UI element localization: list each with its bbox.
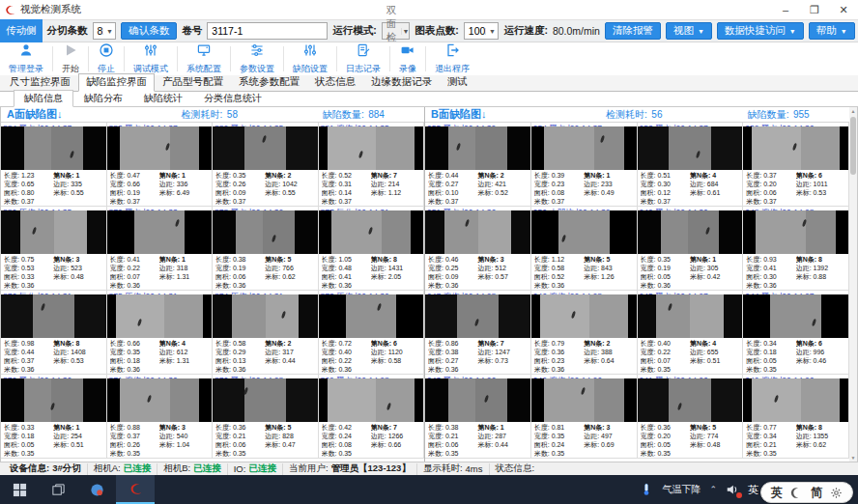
action-monitor-button[interactable]: 系统配置	[178, 42, 230, 75]
defect-meta: 长度: 0.72宽度: 0.40面积: 0.22米数: 0.36第N条: 6边距…	[319, 338, 424, 374]
minimize-button[interactable]: –	[771, 0, 800, 19]
start-button[interactable]	[0, 475, 39, 504]
defect-image	[425, 294, 530, 338]
defect-image	[531, 210, 637, 254]
defect-cell[interactable]: 955 黑点 |20:14:39长度: 0.44宽度: 0.27面积: 0.10…	[425, 123, 531, 207]
display-elapsed-value: 4ms	[466, 463, 483, 474]
defect-cell[interactable]: 880 压伤 |20:14:35长度: 0.75宽度: 0.53面积: 0.33…	[1, 207, 107, 291]
defect-cell[interactable]: 877 氧化 |20:14:31长度: 1.05宽度: 0.48面积: 0.41…	[319, 207, 425, 291]
defect-cell[interactable]: 881 擦伤 |20:14:35长度: 0.52宽度: 0.31面积: 0.14…	[319, 123, 425, 207]
tab-4[interactable]: 状态信息	[307, 73, 363, 92]
defect-cell[interactable]: 941 黑点 |20:14:26长度: 0.36宽度: 0.20面积: 0.05…	[638, 375, 744, 459]
defect-cell[interactable]: 882 黑点 |20:14:35长度: 0.35宽度: 0.26面积: 0.09…	[213, 123, 319, 207]
defect-cell[interactable]: 953 黑点 |20:14:37长度: 0.51宽度: 0.30面积: 0.12…	[638, 123, 744, 207]
clear-alarm-button[interactable]: 清除报警	[605, 22, 661, 40]
action-sliders-h-button[interactable]: 参数设置	[231, 42, 283, 75]
defect-cell[interactable]: 950 小凹坑 |20:14:32长度: 1.12宽度: 0.58面积: 0.5…	[531, 207, 638, 291]
vertical-scrollbar[interactable]: ▲ ▼	[849, 107, 857, 462]
pinned-app-button[interactable]	[77, 475, 116, 504]
close-button[interactable]: ✕	[829, 0, 858, 19]
defect-image	[638, 294, 743, 338]
defect-image	[425, 378, 530, 422]
data-access-menu-button[interactable]: 数据快捷访问 ▼	[717, 22, 804, 40]
scrollbar-thumb[interactable]	[850, 117, 856, 175]
ime-halfwidth-moon-icon[interactable]	[790, 487, 803, 499]
defect-cell[interactable]: 884 黑点 |20:14:37长度: 1.23宽度: 0.65面积: 0.80…	[1, 123, 107, 207]
defect-mark	[705, 227, 710, 236]
defect-cell[interactable]: 949 黑点 |20:14:30长度: 0.35宽度: 0.19面积: 0.05…	[638, 207, 744, 291]
action-play-button[interactable]: 开始	[53, 42, 88, 75]
defect-cell[interactable]: 871 擦伤 |20:14:30长度: 0.88宽度: 0.37面积: 0.26…	[107, 375, 214, 459]
defect-cell[interactable]: 952 黑点 |20:14:36长度: 0.37宽度: 0.20面积: 0.06…	[743, 123, 849, 207]
tab-5[interactable]: 边缘数据记录	[363, 73, 440, 92]
subtab-1[interactable]: 缺陷分布	[73, 90, 133, 107]
defect-cell[interactable]: 878 黑点 |20:14:32长度: 0.38宽度: 0.19面积: 0.06…	[213, 207, 319, 291]
action-exit-button[interactable]: 退出程序	[426, 42, 478, 75]
defect-cell[interactable]: 954 黑点 |20:14:37长度: 0.39宽度: 0.23面积: 0.08…	[531, 123, 638, 207]
io-status: 已连接	[248, 462, 276, 475]
chevron-down-icon: ▼	[841, 28, 847, 35]
task-view-button[interactable]	[39, 475, 77, 504]
panel-b-count-label: 缺陷数量:	[748, 108, 789, 122]
defect-meta: 长度: 0.37宽度: 0.20面积: 0.06米数: 0.37第N条: 6边距…	[743, 170, 848, 206]
exit-icon	[444, 42, 460, 62]
defect-cell[interactable]: 947 擦伤 |20:14:28长度: 0.86宽度: 0.38面积: 0.27…	[425, 291, 531, 375]
action-log-button[interactable]: 日志记录	[337, 42, 389, 75]
action-tune-button[interactable]: 调试模式	[125, 42, 177, 75]
run-mode-select[interactable]: 双面检测 ▼	[382, 22, 411, 40]
action-sliders-v-button[interactable]: 缺陷设置	[284, 42, 336, 75]
tray-expand-chevron-icon[interactable]: ⌃	[709, 485, 717, 494]
defect-cell[interactable]: 879 黑点 |20:14:33长度: 0.41宽度: 0.22面积: 0.07…	[107, 207, 214, 291]
defect-cell[interactable]: 943 黑点 |20:14:26长度: 0.38宽度: 0.21面积: 0.06…	[425, 375, 531, 459]
defect-cell[interactable]: 948 擦伤 |20:14:28长度: 0.93宽度: 0.41面积: 0.30…	[743, 207, 849, 291]
language-indicator[interactable]: 英	[748, 483, 758, 497]
user-icon	[18, 42, 34, 62]
scroll-up-icon[interactable]: ▲	[851, 107, 856, 115]
defect-cell[interactable]: 873 压伤 |20:14:30长度: 0.72宽度: 0.40面积: 0.22…	[319, 291, 425, 375]
confirm-count-button[interactable]: 确认条数	[121, 22, 177, 40]
chart-points-label: 图表点数:	[415, 24, 459, 38]
maximize-button[interactable]: ❐	[800, 0, 829, 19]
defect-image	[1, 294, 106, 338]
action-camera-button[interactable]: 录像	[390, 42, 425, 75]
defect-cell[interactable]: 942 擦伤 |20:14:26长度: 0.81宽度: 0.35面积: 0.24…	[531, 375, 638, 459]
chart-points-select[interactable]: 100 ▼	[464, 22, 500, 40]
device-info-value: 3#分切	[52, 462, 81, 475]
subtab-0[interactable]: 缺陷信息	[14, 90, 73, 107]
weather-widget-text[interactable]: 气温下降	[662, 483, 701, 496]
tab-6[interactable]: 测试	[440, 73, 475, 92]
defect-meta: 长度: 1.05宽度: 0.48面积: 0.41米数: 0.36第N条: 8边距…	[319, 254, 424, 290]
inspection-app-button[interactable]	[116, 475, 155, 504]
defect-cell[interactable]: 874 压伤 |20:14:31长度: 0.58宽度: 0.29面积: 0.13…	[213, 291, 319, 375]
defect-cell[interactable]: 944 黑点 |20:14:27长度: 0.34宽度: 0.18面积: 0.05…	[743, 291, 849, 375]
defect-cell[interactable]: 946 擦伤 |20:14:28长度: 0.79宽度: 0.36面积: 0.23…	[531, 291, 638, 375]
defect-cell[interactable]: 940 擦伤 |20:14:26长度: 0.77宽度: 0.34面积: 0.21…	[743, 375, 849, 459]
subtab-2[interactable]: 缺陷统计	[133, 90, 193, 107]
defect-cell[interactable]: 951 黑点 |20:14:36长度: 0.46宽度: 0.25面积: 0.09…	[425, 207, 531, 291]
defect-cell[interactable]: 876 氧化 |20:14:31长度: 0.98宽度: 0.44面积: 0.37…	[1, 291, 107, 375]
defect-cell[interactable]: 945 黑点 |20:14:27长度: 0.40宽度: 0.22面积: 0.07…	[638, 291, 744, 375]
defect-cell[interactable]: 870 黑点 |20:14:28长度: 0.36宽度: 0.21面积: 0.06…	[213, 375, 319, 459]
subtab-3[interactable]: 分类信息统计	[193, 90, 272, 107]
help-menu-button[interactable]: 帮助 ▼	[809, 22, 855, 40]
main-toolbar: 传动侧 分切条数 8 ▼ 确认条数 卷号 运行模式: 双面检测 ▼ 图表点数: …	[0, 19, 858, 42]
defect-cell[interactable]: 883 黑点 |20:14:37长度: 0.47宽度: 0.66面积: 0.19…	[107, 123, 214, 207]
volume-button[interactable]	[726, 483, 739, 496]
drive-side-button[interactable]: 传动侧	[0, 19, 43, 42]
defect-cell[interactable]: 875 压伤 |20:14:31长度: 0.66宽度: 0.35面积: 0.18…	[107, 291, 214, 375]
defect-meta: 长度: 0.79宽度: 0.36面积: 0.23米数: 0.36第N条: 2边距…	[531, 338, 637, 374]
action-stop-button[interactable]: 停止	[89, 42, 124, 75]
defect-mark	[262, 135, 267, 144]
ime-simplified-toggle[interactable]: 简	[811, 485, 822, 501]
view-menu-button[interactable]: 视图 ▼	[666, 22, 712, 40]
scroll-down-icon[interactable]: ▼	[851, 454, 856, 462]
defect-cell[interactable]: 869 黑点 |20:14:28长度: 0.42宽度: 0.24面积: 0.08…	[319, 375, 425, 459]
thermometer-icon[interactable]	[640, 483, 653, 496]
coil-input[interactable]	[207, 22, 328, 40]
defect-image	[638, 210, 743, 254]
defect-cell[interactable]: 872 黑点 |20:14:30长度: 0.33宽度: 0.18面积: 0.05…	[1, 375, 107, 459]
ime-settings-gear-icon[interactable]	[830, 487, 843, 499]
ime-english-toggle[interactable]: 英	[771, 485, 783, 501]
slit-count-select[interactable]: 8 ▼	[93, 22, 117, 40]
action-user-button[interactable]: 管理登录	[0, 42, 52, 75]
